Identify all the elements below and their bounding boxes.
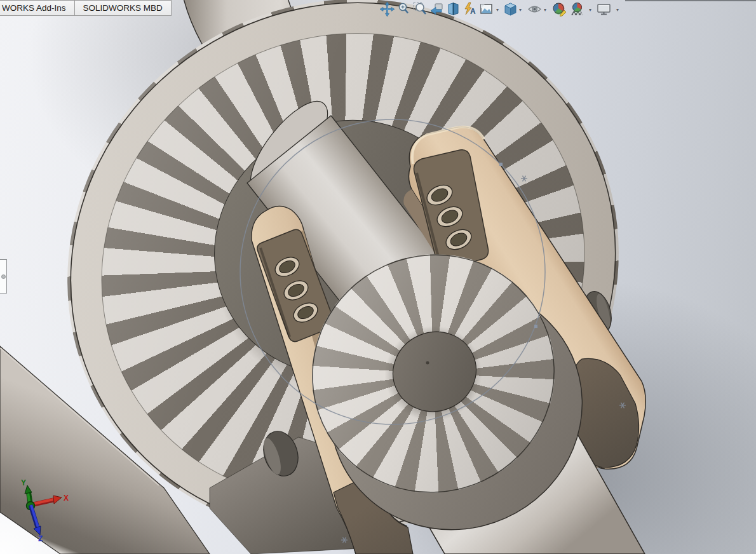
feature-tree-flyout-sliver[interactable] — [0, 259, 7, 294]
sketch-circle[interactable] — [240, 119, 545, 424]
viewport-top-border — [625, 0, 756, 1]
edit-appearance-icon[interactable] — [552, 2, 567, 17]
tab-solidworks-mbd[interactable]: SOLIDWORKS MBD — [75, 0, 172, 16]
view-settings-icon[interactable] — [597, 2, 611, 17]
pan-icon[interactable] — [380, 2, 395, 17]
zoom-to-area-icon[interactable] — [413, 2, 428, 17]
view-orientation-icon[interactable] — [503, 2, 518, 17]
flyout-dot — [1, 274, 6, 279]
dynamic-annotation-views-icon[interactable]: A — [462, 2, 477, 17]
triad-y-label: Y — [21, 478, 26, 487]
tab-solidworks-add-ins[interactable]: WORKS Add-Ins — [0, 0, 75, 16]
overlay-layer: X Y Z — [0, 0, 756, 554]
svg-text:A: A — [470, 7, 476, 16]
previous-view-icon[interactable] — [429, 2, 444, 17]
apply-scene-icon[interactable] — [570, 2, 584, 17]
triad-x-label: X — [64, 494, 69, 503]
apply-scene-thumbnail-icon[interactable] — [479, 2, 494, 17]
triad-z-label: Z — [38, 534, 43, 543]
orientation-triad: X Y Z — [21, 478, 69, 543]
hide-show-items-icon[interactable] — [527, 2, 542, 17]
zoom-to-fit-icon[interactable] — [396, 2, 411, 17]
section-view-icon[interactable] — [446, 2, 461, 17]
command-manager-tabs: WORKS Add-Ins SOLIDWORKS MBD — [0, 0, 172, 16]
pinion-hub[interactable] — [380, 319, 489, 425]
sketch-point-asterisks[interactable] — [341, 176, 626, 543]
